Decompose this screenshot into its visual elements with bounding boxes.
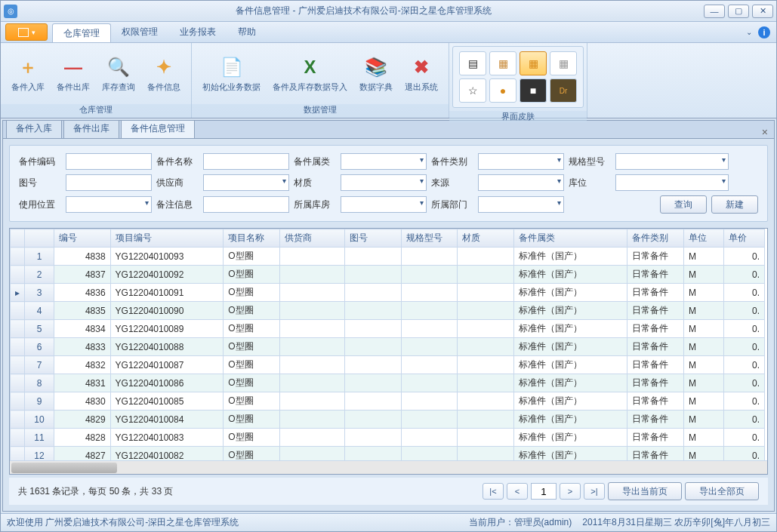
- cell: [458, 429, 514, 447]
- field-label: 所属部门: [431, 198, 473, 211]
- document-tab[interactable]: 备件出库: [63, 120, 119, 138]
- cell: [344, 429, 401, 447]
- ribbon-button[interactable]: ✖退出系统: [402, 54, 441, 94]
- new-button[interactable]: 新建: [711, 195, 758, 214]
- app-menu-button[interactable]: ▾: [5, 23, 48, 41]
- horizontal-scrollbar[interactable]: [10, 460, 767, 474]
- cell: M: [683, 284, 723, 302]
- cell: [401, 338, 458, 356]
- ribbon-button[interactable]: 📚数据字典: [356, 54, 396, 94]
- table-row[interactable]: 54834YG12204010089O型圈标准件（国产）日常备件M0.: [11, 320, 765, 338]
- cell: [280, 302, 345, 320]
- ribbon-button[interactable]: ＋备件入库: [8, 54, 48, 94]
- code-input[interactable]: [66, 153, 152, 170]
- menu-tab[interactable]: 业务报表: [169, 22, 227, 42]
- table-row[interactable]: 84831YG12204010086O型圈标准件（国产）日常备件M0.: [11, 374, 765, 392]
- skin-option[interactable]: ▦: [489, 51, 516, 75]
- document-tab[interactable]: 备件入库: [6, 120, 62, 138]
- export-current-button[interactable]: 导出当前页: [608, 482, 682, 500]
- close-button[interactable]: ✕: [752, 5, 773, 18]
- name-input[interactable]: [203, 153, 289, 170]
- remark-input[interactable]: [203, 196, 289, 213]
- column-header[interactable]: 供货商: [280, 229, 345, 248]
- ribbon-button[interactable]: ✦备件信息: [144, 54, 183, 94]
- app-icon: ◎: [4, 5, 17, 18]
- skin-option[interactable]: ▦: [550, 51, 577, 75]
- menu-tab[interactable]: 权限管理: [111, 22, 169, 42]
- query-button[interactable]: 查询: [660, 195, 707, 214]
- table-row[interactable]: 44835YG12204010090O型圈标准件（国产）日常备件M0.: [11, 302, 765, 320]
- column-header[interactable]: 单位: [683, 229, 723, 248]
- next-page-button[interactable]: >: [560, 483, 581, 500]
- dept-combo[interactable]: [478, 196, 564, 213]
- skin-option[interactable]: ■: [520, 78, 547, 103]
- column-header[interactable]: 材质: [458, 229, 514, 248]
- table-row[interactable]: 14838YG12204010093O型圈标准件（国产）日常备件M0.: [11, 248, 765, 266]
- column-header[interactable]: 备件属类: [514, 229, 627, 248]
- table-row[interactable]: 64833YG12204010088O型圈标准件（国产）日常备件M0.: [11, 338, 765, 356]
- export-all-button[interactable]: 导出全部页: [685, 482, 759, 500]
- minimize-button[interactable]: —: [704, 5, 725, 18]
- ribbon-icon: ✖: [409, 55, 433, 79]
- cell: YG12204010085: [110, 392, 224, 411]
- skin-option[interactable]: ▦: [520, 51, 547, 75]
- warehouse-combo[interactable]: [341, 196, 427, 213]
- ribbon-icon: X: [298, 55, 322, 79]
- cell: YG12204010084: [110, 411, 224, 429]
- cell: O型圈: [224, 338, 280, 356]
- field-label: 备件属类: [294, 155, 336, 168]
- cell: [401, 320, 458, 338]
- table-row[interactable]: 104829YG12204010084O型圈标准件（国产）日常备件M0.: [11, 411, 765, 429]
- skin-option[interactable]: Dr: [550, 78, 577, 103]
- table-row[interactable]: 124827YG12204010082O型圈标准件（国产）日常备件M0.: [11, 447, 765, 461]
- cell: [458, 284, 514, 302]
- first-page-button[interactable]: |<: [483, 483, 504, 500]
- collapse-ribbon-icon[interactable]: ⌄: [746, 28, 752, 36]
- column-header[interactable]: 规格型号: [401, 229, 458, 248]
- skin-option[interactable]: ●: [489, 78, 516, 103]
- ribbon-button[interactable]: X备件及库存数据导入: [270, 54, 350, 94]
- drawing-input[interactable]: [66, 174, 152, 191]
- close-tab-icon[interactable]: ×: [756, 126, 774, 138]
- column-header[interactable]: 项目名称: [224, 229, 280, 248]
- document-tab[interactable]: 备件信息管理: [121, 120, 195, 138]
- material-combo[interactable]: [341, 174, 427, 191]
- column-header[interactable]: 单价: [724, 229, 765, 248]
- help-button[interactable]: i: [758, 26, 770, 38]
- table-row[interactable]: 114828YG12204010083O型圈标准件（国产）日常备件M0.: [11, 429, 765, 447]
- row-number: 4: [25, 302, 54, 320]
- supplier-combo[interactable]: [203, 174, 289, 191]
- last-page-button[interactable]: >|: [584, 483, 605, 500]
- location-combo[interactable]: [615, 174, 729, 191]
- cell: 0.: [724, 392, 765, 411]
- menu-tab[interactable]: 仓库管理: [52, 23, 111, 42]
- column-header[interactable]: 备件类别: [627, 229, 684, 248]
- table-row[interactable]: 94830YG12204010085O型圈标准件（国产）日常备件M0.: [11, 392, 765, 411]
- cell: [344, 284, 401, 302]
- source-combo[interactable]: [478, 174, 564, 191]
- usepos-combo[interactable]: [66, 196, 152, 213]
- maximize-button[interactable]: ▢: [728, 5, 749, 18]
- menu-tab[interactable]: 帮助: [227, 22, 267, 42]
- table-row[interactable]: 24837YG12204010092O型圈标准件（国产）日常备件M0.: [11, 266, 765, 284]
- prev-page-button[interactable]: <: [507, 483, 528, 500]
- cell: O型圈: [224, 266, 280, 284]
- table-row[interactable]: ▸34836YG12204010091O型圈标准件（国产）日常备件M0.: [11, 284, 765, 302]
- column-header[interactable]: 项目编号: [110, 229, 224, 248]
- skin-option[interactable]: ☆: [459, 78, 486, 103]
- attr-combo[interactable]: [341, 153, 427, 170]
- ribbon-button[interactable]: 📄初始化业务数据: [199, 54, 264, 94]
- type-combo[interactable]: [478, 153, 564, 170]
- cell: M: [683, 338, 723, 356]
- page-input[interactable]: [531, 483, 557, 500]
- table-row[interactable]: 74832YG12204010087O型圈标准件（国产）日常备件M0.: [11, 356, 765, 374]
- ribbon-button[interactable]: —备件出库: [54, 54, 93, 94]
- column-header[interactable]: 图号: [344, 229, 401, 248]
- ribbon-button[interactable]: 🔍库存查询: [99, 54, 138, 94]
- skin-option[interactable]: ▤: [459, 51, 486, 75]
- spec-combo[interactable]: [615, 153, 729, 170]
- cell: 日常备件: [627, 374, 684, 392]
- cell: M: [683, 374, 723, 392]
- cell: [458, 302, 514, 320]
- column-header[interactable]: 编号: [54, 229, 110, 248]
